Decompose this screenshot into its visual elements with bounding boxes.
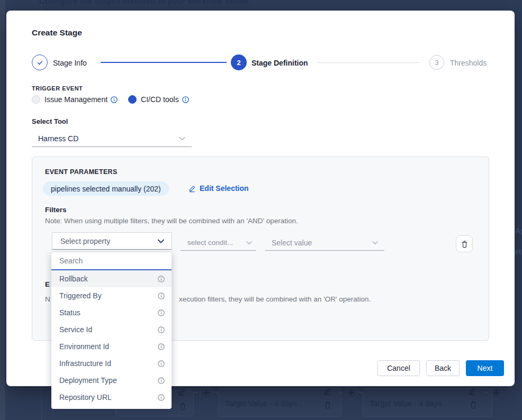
- dropdown-item-label: Repository URL: [59, 393, 112, 401]
- connector-dash: [339, 392, 343, 393]
- stepper-connector-done: [101, 62, 227, 63]
- screen: { "colors": { "overlay-navy": "#2e3c58",…: [0, 0, 522, 420]
- dropdown-item-repository-url[interactable]: Repository URL: [51, 389, 172, 406]
- edit-icon: [323, 387, 331, 397]
- dropdown-item-label: Status: [59, 308, 80, 317]
- filters-title: Filters: [45, 206, 67, 214]
- trash-icon: [470, 400, 477, 411]
- condition-select[interactable]: select condit...: [181, 235, 256, 251]
- dropdown-item-service-id[interactable]: Service Id: [51, 321, 172, 338]
- dropdown-item-rollback[interactable]: Rollback: [51, 270, 172, 287]
- info-icon[interactable]: [158, 309, 165, 316]
- dropdown-item-label: Infrastructure Id: [59, 359, 111, 368]
- value-select[interactable]: Select value: [265, 235, 384, 251]
- condition-select-placeholder: select condit...: [187, 239, 233, 246]
- execution-filters-note-fragment: N: [45, 295, 50, 303]
- info-icon[interactable]: [158, 326, 165, 333]
- dropdown-item-label: Triggered By: [59, 291, 102, 300]
- edit-selection-label: Edit Selection: [200, 184, 249, 193]
- property-dropdown: Rollback Triggered By Status Service Id …: [51, 252, 172, 409]
- step-3-label[interactable]: Thresholds: [450, 59, 487, 67]
- dropdown-item-label: Deployment Type: [59, 376, 117, 385]
- dropdown-item-label: Rollback: [59, 275, 88, 283]
- connector-dash: [214, 392, 218, 393]
- connector-dash: [194, 392, 197, 393]
- trash-icon: [179, 402, 186, 413]
- trash-icon: [461, 240, 468, 248]
- dropdown-item-environment-id[interactable]: Environment Id: [51, 338, 172, 355]
- info-icon[interactable]: [158, 293, 165, 299]
- property-select[interactable]: Select property: [52, 232, 172, 250]
- info-icon[interactable]: [158, 394, 165, 401]
- dropdown-item-infrastructure-id[interactable]: Infrastructure Id: [51, 355, 172, 372]
- trigger-event-options: Issue Management CI/CD tools: [32, 95, 189, 104]
- radio-issue-management-label[interactable]: Issue Management: [44, 95, 107, 104]
- step-1-label[interactable]: Stage Info: [53, 59, 87, 67]
- dropdown-item-label: Environment Id: [59, 342, 109, 351]
- info-icon[interactable]: [158, 343, 165, 350]
- dropdown-search-input[interactable]: [51, 257, 172, 265]
- tool-select-value: Harness CD: [38, 134, 78, 143]
- next-button[interactable]: Next: [466, 360, 504, 376]
- event-parameters-title: EVENT PARAMETERS: [45, 168, 118, 176]
- radio-cicd-tools[interactable]: [128, 95, 137, 104]
- modal-title: Create Stage: [32, 28, 82, 38]
- step-2-label[interactable]: Stage Definition: [251, 59, 308, 67]
- radio-issue-management[interactable]: [32, 95, 40, 104]
- info-icon[interactable]: [111, 96, 118, 103]
- step-3-indicator: 3: [429, 55, 444, 70]
- step-1-done-indicator: [32, 54, 48, 70]
- create-stage-modal: Create Stage Stage Info 2 Stage Definiti…: [6, 11, 515, 386]
- connector-dash: [359, 392, 363, 393]
- background-card-label: Target Value - 4 days: [370, 399, 442, 408]
- selection-badge: pipelines selected manually (202): [43, 181, 169, 196]
- dropdown-item-deployment-type[interactable]: Deployment Type: [51, 372, 172, 389]
- dropdown-item-triggered-by[interactable]: Triggered By: [51, 287, 172, 304]
- dropdown-search: [51, 252, 172, 270]
- edit-icon: [188, 185, 196, 193]
- info-icon[interactable]: [182, 96, 189, 103]
- background-text-fragment: et: [515, 248, 521, 256]
- background-sidebar-strip: [0, 0, 5, 420]
- info-icon[interactable]: [158, 276, 165, 282]
- filters-note: Note: When using multiple filters, they …: [45, 217, 298, 225]
- step-2-indicator: 2: [231, 54, 247, 70]
- dropdown-item-status[interactable]: Status: [51, 304, 172, 321]
- background-text-fragment: Ap: [515, 226, 522, 235]
- tool-select[interactable]: Harness CD: [32, 130, 192, 147]
- property-select-placeholder: Select property: [60, 237, 110, 245]
- select-tool-label: Select Tool: [32, 117, 68, 125]
- trigger-event-label: TRIGGER EVENT: [32, 85, 83, 92]
- chevron-down-icon: [158, 239, 164, 243]
- execution-filters-heading-fragment: E: [45, 280, 50, 288]
- info-icon[interactable]: [158, 377, 165, 384]
- background-card-label: Target Value - 4 days: [225, 399, 297, 408]
- background-page-subtitle: Configure the stages involved in your wo…: [39, 0, 250, 5]
- edit-icon: [468, 387, 476, 397]
- info-icon[interactable]: [158, 360, 165, 367]
- execution-filters-note-fragment: xecution filters, they will be combined …: [179, 295, 371, 303]
- edit-selection-link[interactable]: Edit Selection: [188, 184, 249, 193]
- stepper-connector-todo: [318, 62, 420, 63]
- chevron-down-icon: [246, 241, 252, 245]
- value-select-placeholder: Select value: [272, 239, 312, 247]
- dropdown-item-label: Service Id: [59, 325, 92, 334]
- chevron-down-icon: [372, 241, 378, 245]
- add-icon: [490, 386, 503, 399]
- add-icon: [200, 386, 213, 399]
- connector-dash: [484, 392, 488, 393]
- add-icon: [345, 386, 358, 399]
- chevron-down-icon: [179, 136, 185, 141]
- cancel-button[interactable]: Cancel: [377, 360, 420, 376]
- check-icon: [36, 59, 44, 67]
- back-button[interactable]: Back: [426, 360, 460, 376]
- trash-icon: [324, 400, 331, 411]
- delete-filter-button[interactable]: [456, 235, 473, 252]
- radio-cicd-tools-label[interactable]: CI/CD tools: [141, 95, 179, 104]
- edit-icon: [178, 388, 186, 398]
